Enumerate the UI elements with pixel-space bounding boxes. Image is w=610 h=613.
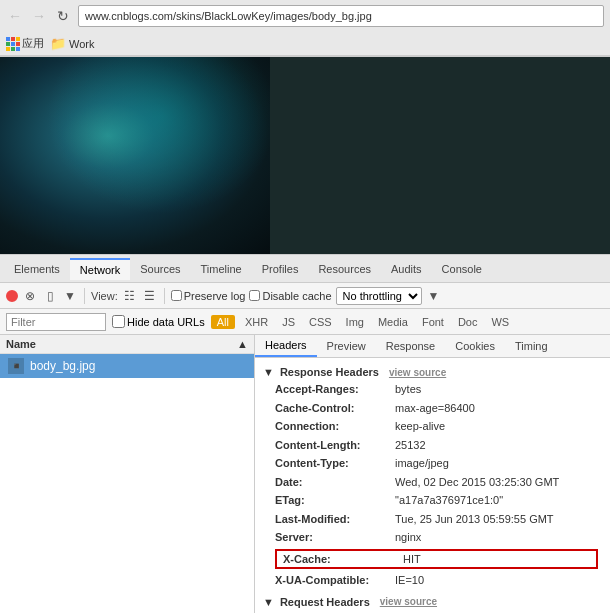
- bookmarks-bar: 应用 📁 Work: [0, 32, 610, 56]
- filter-bar: Hide data URLs All XHR JS CSS Img Media …: [0, 309, 610, 335]
- header-val: max-age=86400: [395, 400, 475, 417]
- tab-sources[interactable]: Sources: [130, 259, 190, 279]
- headers-content: ▼ Response Headers view source Accept-Ra…: [255, 358, 610, 613]
- request-headers-title: ▼ Request Headers view source: [263, 596, 602, 608]
- header-val: keep-alive: [395, 418, 445, 435]
- filter-media-button[interactable]: Media: [374, 315, 412, 329]
- header-key: Cache-Control:: [275, 400, 395, 417]
- network-toolbar: ⊗ ▯ ▼ View: ☷ ☰ Preserve log Disable cac…: [0, 283, 610, 309]
- folder-icon: 📁: [50, 36, 66, 51]
- header-key: Date:: [275, 474, 395, 491]
- tab-network[interactable]: Network: [70, 258, 130, 280]
- filter-ws-button[interactable]: WS: [487, 315, 513, 329]
- header-val: image/jpeg: [395, 455, 449, 472]
- tab-audits[interactable]: Audits: [381, 259, 432, 279]
- disable-cache-checkbox[interactable]: [249, 290, 260, 301]
- preserve-log-checkbox[interactable]: [171, 290, 182, 301]
- disable-cache-group: Disable cache: [249, 290, 331, 302]
- response-triangle-icon: ▼: [263, 366, 274, 378]
- image-overlay: [0, 57, 270, 254]
- header-val: IE=10: [395, 572, 424, 589]
- work-bookmark-label: Work: [69, 38, 94, 50]
- sort-icon[interactable]: ▲: [237, 338, 248, 350]
- view-label: View:: [91, 290, 118, 302]
- filter-input[interactable]: [6, 313, 106, 331]
- header-key: Content-Type:: [275, 455, 395, 472]
- header-val: 25132: [395, 437, 426, 454]
- devtools-tabs: Elements Network Sources Timeline Profil…: [0, 255, 610, 283]
- response-view-source-link[interactable]: view source: [389, 367, 446, 378]
- tab-timing[interactable]: Timing: [505, 335, 558, 357]
- filter-img-button[interactable]: Img: [342, 315, 368, 329]
- apps-label: 应用: [22, 36, 44, 51]
- filter-xhr-button[interactable]: XHR: [241, 315, 272, 329]
- header-row-date: Date: Wed, 02 Dec 2015 03:25:30 GMT: [263, 473, 602, 492]
- header-key: ETag:: [275, 492, 395, 509]
- name-column-header: Name: [6, 338, 36, 350]
- headers-tabs: Headers Preview Response Cookies Timing: [255, 335, 610, 358]
- tab-headers[interactable]: Headers: [255, 335, 317, 357]
- request-triangle-icon: ▼: [263, 596, 274, 608]
- image-area: [0, 57, 610, 254]
- devtools-main: Name ▲ ◾ body_bg.jpg 1 requests | 24.8 K…: [0, 335, 610, 613]
- tab-preview[interactable]: Preview: [317, 335, 376, 357]
- view-detail-button[interactable]: ☰: [142, 288, 158, 304]
- disable-cache-label: Disable cache: [262, 290, 331, 302]
- image-bg: [0, 57, 270, 254]
- header-val: nginx: [395, 529, 421, 546]
- tab-cookies[interactable]: Cookies: [445, 335, 505, 357]
- filter-toggle-button[interactable]: ▼: [62, 288, 78, 304]
- forward-button[interactable]: →: [30, 7, 48, 25]
- preserve-log-label: Preserve log: [184, 290, 246, 302]
- file-item-body-bg[interactable]: ◾ body_bg.jpg: [0, 354, 254, 378]
- files-empty-area: [0, 378, 254, 613]
- header-val: Tue, 25 Jun 2013 05:59:55 GMT: [395, 511, 554, 528]
- reload-button[interactable]: ↻: [54, 7, 72, 25]
- record-button[interactable]: [6, 290, 18, 302]
- tab-response[interactable]: Response: [376, 335, 446, 357]
- files-panel: Name ▲ ◾ body_bg.jpg 1 requests | 24.8 K…: [0, 335, 255, 613]
- tab-timeline[interactable]: Timeline: [191, 259, 252, 279]
- filter-js-button[interactable]: JS: [278, 315, 299, 329]
- filter-doc-button[interactable]: Doc: [454, 315, 482, 329]
- header-key: Last-Modified:: [275, 511, 395, 528]
- header-row-last-modified: Last-Modified: Tue, 25 Jun 2013 05:59:55…: [263, 510, 602, 529]
- header-key: X-UA-Compatible:: [275, 572, 395, 589]
- tab-profiles[interactable]: Profiles: [252, 259, 309, 279]
- address-bar[interactable]: [78, 5, 604, 27]
- header-row-content-length: Content-Length: 25132: [263, 436, 602, 455]
- header-key-x-cache: X-Cache:: [283, 551, 403, 568]
- request-headers-label: Request Headers: [280, 596, 370, 608]
- tab-resources[interactable]: Resources: [308, 259, 381, 279]
- files-header: Name ▲: [0, 335, 254, 354]
- view-list-button[interactable]: ☷: [122, 288, 138, 304]
- throttle-select[interactable]: No throttling: [336, 287, 422, 305]
- camera-button[interactable]: ▯: [42, 288, 58, 304]
- response-headers-label: Response Headers: [280, 366, 379, 378]
- work-bookmark[interactable]: 📁 Work: [50, 36, 94, 51]
- apps-grid-icon: [6, 37, 20, 51]
- tab-console[interactable]: Console: [432, 259, 492, 279]
- headers-panel: Headers Preview Response Cookies Timing …: [255, 335, 610, 613]
- tab-elements[interactable]: Elements: [4, 259, 70, 279]
- apps-bookmark[interactable]: 应用: [6, 36, 44, 51]
- header-row-server: Server: nginx: [263, 528, 602, 547]
- filter-font-button[interactable]: Font: [418, 315, 448, 329]
- back-button[interactable]: ←: [6, 7, 24, 25]
- image-display: [0, 57, 270, 254]
- clear-button[interactable]: ⊗: [22, 288, 38, 304]
- header-row-accept: Accept: text/html,application/xhtml+xml,…: [263, 610, 602, 614]
- throttle-dropdown-button[interactable]: ▼: [426, 288, 442, 304]
- hide-data-urls-label: Hide data URLs: [127, 316, 205, 328]
- devtools-panel: Elements Network Sources Timeline Profil…: [0, 254, 610, 613]
- header-key: Connection:: [275, 418, 395, 435]
- header-key: Content-Length:: [275, 437, 395, 454]
- filter-all-button[interactable]: All: [211, 315, 235, 329]
- header-row-accept-ranges: Accept-Ranges: bytes: [263, 380, 602, 399]
- request-view-source-link[interactable]: view source: [380, 596, 437, 607]
- filter-css-button[interactable]: CSS: [305, 315, 336, 329]
- nav-bar: ← → ↻: [0, 0, 610, 32]
- hide-data-urls-checkbox[interactable]: [112, 315, 125, 328]
- header-row-x-cache: X-Cache: HIT: [275, 549, 598, 570]
- response-headers-title: ▼ Response Headers view source: [263, 366, 602, 378]
